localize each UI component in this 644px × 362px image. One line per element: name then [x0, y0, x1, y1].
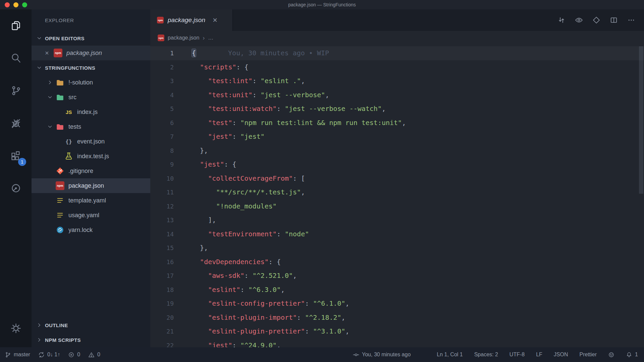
status-notifications-label: 1: [635, 352, 638, 358]
status-cursor-position[interactable]: Ln 1, Col 1: [437, 352, 463, 358]
activity-item-gitlens[interactable]: [0, 172, 32, 204]
activity-item-explorer[interactable]: [0, 9, 32, 42]
code-line[interactable]: 3 "test:lint": "eslint .",: [150, 74, 644, 88]
status-warnings[interactable]: 0: [88, 352, 100, 358]
tab-package-json[interactable]: npm package.json ×: [150, 9, 233, 31]
activity-item-extensions[interactable]: 1: [0, 139, 32, 172]
tree-item-solution[interactable]: !-solution: [32, 75, 150, 90]
breadcrumb-more[interactable]: …: [208, 35, 213, 41]
code-line[interactable]: 17 "aws-sdk": "^2.521.0",: [150, 269, 644, 283]
code-line[interactable]: 16 "devDependencies": {: [150, 255, 644, 269]
status-encoding[interactable]: UTF-8: [509, 352, 525, 358]
title-bar: package.json — StringFunctions: [0, 0, 644, 9]
section-header-npm-scripts[interactable]: NPM SCRIPTS: [32, 333, 150, 347]
code-line[interactable]: 12 "!node_modules": [150, 199, 644, 214]
breadcrumb-file[interactable]: package.json: [168, 35, 199, 41]
tree-item-gitignore[interactable]: .gitignore: [32, 164, 150, 178]
zoom-window-button[interactable]: [22, 2, 27, 7]
scm-icon: [10, 85, 22, 97]
tree-item-package-json[interactable]: npmpackage.json: [32, 178, 150, 193]
tree-item-label: yarn.lock: [68, 227, 93, 234]
code-line[interactable]: 5 "test:unit:watch": "jest --verbose --w…: [150, 102, 644, 116]
status-formatter-label: Prettier: [580, 352, 597, 358]
activity-item-settings[interactable]: [0, 312, 32, 345]
status-git-branch[interactable]: master: [5, 352, 30, 358]
code-line[interactable]: 4 "test:unit": "jest --verbose",: [150, 88, 644, 102]
code-line[interactable]: 9 "jest": {: [150, 158, 644, 172]
smiley-icon: [608, 352, 614, 358]
code-line[interactable]: 2 "scripts": {: [150, 60, 644, 74]
code-line[interactable]: 13 ],: [150, 213, 644, 227]
line-number: 2: [150, 60, 174, 74]
line-number: 4: [150, 88, 174, 102]
status-encoding-label: UTF-8: [509, 352, 525, 358]
status-formatter[interactable]: Prettier: [580, 352, 597, 358]
section-header-label: OPEN EDITORS: [45, 36, 85, 41]
gitlens-action-icon[interactable]: [592, 16, 600, 24]
minimize-window-button[interactable]: [13, 2, 18, 7]
line-number: 6: [150, 116, 174, 130]
tree-item-index-js[interactable]: JSindex.js: [32, 105, 150, 119]
line-content: "test": "npm run test:lint && npm run te…: [174, 116, 406, 130]
code-line[interactable]: 18 "eslint": "^6.3.0",: [150, 283, 644, 297]
close-icon[interactable]: ×: [45, 49, 54, 57]
activity-item-debug[interactable]: [0, 107, 32, 139]
code-line[interactable]: 22 "jest": "^24.9.0",: [150, 339, 644, 348]
status-notifications[interactable]: 1: [626, 352, 638, 358]
tree-item-event-json[interactable]: {}event.json: [32, 134, 150, 149]
tree-item-src[interactable]: src: [32, 90, 150, 105]
status-gitlens-blame[interactable]: You, 30 minutes ago: [353, 352, 411, 358]
code-editor[interactable]: 1{You, 30 minutes ago • WIP2 "scripts": …: [150, 45, 644, 347]
line-content: "devDependencies": {: [174, 255, 281, 269]
tree-item-yarn-lock[interactable]: yarn.lock: [32, 223, 150, 237]
split-editor-icon[interactable]: [610, 16, 618, 24]
section-header-workspace[interactable]: STRINGFUNCTIONS: [32, 60, 150, 75]
commit-icon: [353, 352, 359, 358]
chevron-down-icon: [47, 124, 56, 130]
section-header-open-editors[interactable]: OPEN EDITORS: [32, 31, 150, 46]
code-line[interactable]: 11 "**/src/**/*.test.js",: [150, 185, 644, 199]
code-line[interactable]: 21 "eslint-plugin-prettier": "^3.1.0",: [150, 324, 644, 339]
code-line[interactable]: 6 "test": "npm run test:lint && npm run …: [150, 116, 644, 130]
more-actions-icon[interactable]: [627, 16, 635, 24]
status-errors[interactable]: 0: [68, 352, 80, 358]
status-indentation[interactable]: Spaces: 2: [474, 352, 498, 358]
code-line[interactable]: 7 "jest": "jest": [150, 130, 644, 144]
open-editor-label: package.json: [66, 50, 102, 57]
npm-icon: npm: [158, 35, 164, 41]
code-line[interactable]: 15 },: [150, 241, 644, 255]
activity-item-search[interactable]: [0, 42, 32, 74]
open-editor-package-json[interactable]: ×npmpackage.json: [32, 46, 150, 60]
tree-item-usage-yaml[interactable]: usage.yaml: [32, 208, 150, 223]
line-content: "testEnvironment": "node": [174, 227, 309, 241]
code-line[interactable]: 19 "eslint-config-prettier": "^6.1.0",: [150, 297, 644, 311]
activity-item-source-control[interactable]: [0, 74, 32, 107]
editor-scrollbar[interactable]: [639, 46, 643, 194]
status-sync-changes[interactable]: 0↓ 1↑: [38, 352, 60, 358]
debug-icon: [10, 117, 22, 129]
tree-item-tests[interactable]: tests: [32, 119, 150, 134]
code-line[interactable]: 20 "eslint-plugin-import": "^2.18.2",: [150, 311, 644, 325]
status-eol[interactable]: LF: [536, 352, 542, 358]
status-feedback[interactable]: [608, 352, 614, 358]
line-content: },: [174, 144, 208, 158]
section-header-label: NPM SCRIPTS: [45, 337, 81, 343]
code-line[interactable]: 14 "testEnvironment": "node": [150, 227, 644, 241]
toggle-blame-icon[interactable]: [575, 16, 583, 24]
line-content: "eslint-config-prettier": "^6.1.0",: [174, 297, 350, 311]
tree-item-label: template.yaml: [68, 197, 106, 204]
status-language-mode[interactable]: JSON: [554, 352, 568, 358]
tree-item-index-test-js[interactable]: index.test.js: [32, 149, 150, 164]
close-window-button[interactable]: [5, 2, 10, 7]
line-number: 10: [150, 172, 174, 186]
line-content: "eslint-plugin-prettier": "^3.1.0",: [174, 324, 350, 339]
tab-close-icon[interactable]: ×: [213, 16, 217, 24]
code-line[interactable]: 8 },: [150, 144, 644, 158]
warning-icon: [88, 352, 95, 358]
code-line[interactable]: 10 "collectCoverageFrom": [: [150, 172, 644, 186]
open-changes-icon[interactable]: [557, 16, 566, 24]
line-number: 20: [150, 311, 174, 325]
tree-item-template-yaml[interactable]: template.yaml: [32, 193, 150, 208]
section-header-outline[interactable]: OUTLINE: [32, 318, 150, 333]
code-line[interactable]: 1{You, 30 minutes ago • WIP: [150, 46, 644, 60]
